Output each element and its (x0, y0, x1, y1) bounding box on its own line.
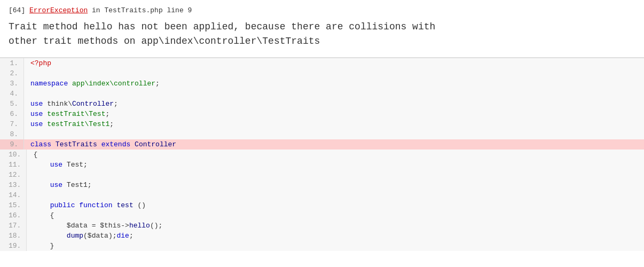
table-row: 11. use Test; (0, 160, 644, 170)
line-content: namespace app\index\controller; (24, 78, 644, 89)
table-row: 1.<?php (0, 58, 644, 68)
line-number: 16. (0, 210, 27, 221)
table-row: 15. public function test () (0, 200, 644, 210)
line-number: 4. (0, 89, 24, 99)
table-row: 10.{ (0, 150, 644, 160)
table-row: 16. { (0, 210, 644, 221)
line-content: { (27, 150, 644, 160)
line-content: { (27, 210, 644, 221)
line-number: 15. (0, 200, 27, 210)
line-number: 12. (0, 170, 27, 180)
line-number: 19. (0, 241, 27, 251)
line-number: 7. (0, 119, 24, 129)
table-row: 13. use Test1; (0, 180, 644, 190)
table-row: 12. (0, 170, 644, 180)
error-number: [64] (9, 6, 25, 14)
error-message-line2: other trait methods on app\index\control… (9, 34, 635, 49)
table-row: 3.namespace app\index\controller; (0, 78, 644, 89)
line-content: $data = $this->hello(); (27, 221, 644, 231)
error-filename: TestTraits.php (104, 6, 162, 14)
line-content (24, 68, 644, 78)
line-content: use Test; (27, 160, 644, 170)
line-content: use Test1; (27, 180, 644, 190)
line-number: 8. (0, 129, 24, 139)
error-class-link[interactable]: ErrorException (29, 6, 88, 14)
error-line-number: 9 (188, 6, 192, 14)
table-row: 19. } (0, 241, 644, 251)
line-content: } (27, 241, 644, 251)
line-content: use testTrait\Test; (24, 109, 644, 119)
line-number: 11. (0, 160, 27, 170)
table-row: 14. (0, 190, 644, 200)
line-number: 2. (0, 68, 24, 78)
code-lines: 1.<?php2. 3.namespace app\index\controll… (0, 58, 644, 251)
error-message: Trait method hello has not been applied,… (9, 20, 635, 49)
line-number: 1. (0, 58, 24, 68)
error-message-line1: Trait method hello has not been applied,… (9, 20, 635, 34)
line-number: 9. (0, 139, 24, 150)
line-content (27, 170, 644, 180)
line-number: 18. (0, 231, 27, 241)
table-row: 5.use think\Controller; (0, 99, 644, 109)
line-content: use testTrait\Test1; (24, 119, 644, 129)
line-number: 17. (0, 221, 27, 231)
line-number: 3. (0, 78, 24, 89)
table-row: 18. dump($data);die; (0, 231, 644, 241)
line-number: 6. (0, 109, 24, 119)
table-row: 7.use testTrait\Test1; (0, 119, 644, 129)
error-location: [64] ErrorException in TestTraits.php li… (9, 6, 635, 14)
table-row: 17. $data = $this->hello(); (0, 221, 644, 231)
table-row: 8. (0, 129, 644, 139)
line-number: 5. (0, 99, 24, 109)
line-content: use think\Controller; (24, 99, 644, 109)
error-in-text: in (92, 6, 100, 14)
table-row: 2. (0, 68, 644, 78)
line-content (24, 89, 644, 99)
code-panel: 1.<?php2. 3.namespace app\index\controll… (0, 58, 644, 251)
line-number: 13. (0, 180, 27, 190)
line-content: <?php (24, 58, 644, 68)
error-header: [64] ErrorException in TestTraits.php li… (0, 0, 644, 58)
line-number: 10. (0, 150, 27, 160)
line-content (24, 129, 644, 139)
line-content: public function test () (27, 200, 644, 210)
error-line-text: line (167, 6, 184, 14)
table-row: 9.class TestTraits extends Controller (0, 139, 644, 150)
table-row: 6.use testTrait\Test; (0, 109, 644, 119)
line-number: 14. (0, 190, 27, 200)
line-content (27, 190, 644, 200)
line-content: dump($data);die; (27, 231, 644, 241)
table-row: 4. (0, 89, 644, 99)
line-content: class TestTraits extends Controller (24, 139, 644, 150)
